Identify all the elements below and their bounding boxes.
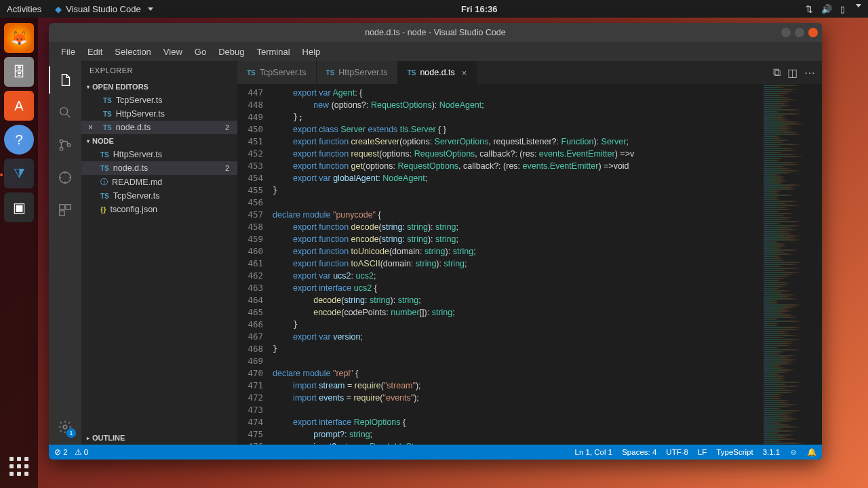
file-item[interactable]: TSnode.d.ts2	[81, 161, 237, 175]
file-icon: TS	[100, 192, 109, 200]
file-icon: TS	[100, 151, 109, 159]
chevron-down-icon	[148, 7, 153, 11]
problems-badge: 2	[225, 123, 232, 131]
svg-point-3	[67, 144, 71, 147]
status-warnings[interactable]: ⚠ 0	[75, 447, 89, 457]
dock-help[interactable]: ?	[4, 125, 34, 155]
menu-view[interactable]: View	[158, 44, 188, 60]
svg-rect-5	[60, 205, 64, 209]
menu-help[interactable]: Help	[297, 44, 326, 60]
minimap[interactable]	[761, 84, 822, 445]
file-item[interactable]: ⓘREADME.md	[81, 175, 237, 189]
status-position[interactable]: Ln 1, Col 1	[575, 448, 613, 456]
ubuntu-dock: 🦊 🗄 A ? ⧩ ▣	[0, 18, 38, 488]
editor-tab[interactable]: TSTcpServer.ts	[237, 61, 317, 84]
status-encoding[interactable]: UTF-8	[666, 448, 688, 456]
dock-firefox[interactable]: 🦊	[4, 23, 34, 53]
menu-debug[interactable]: Debug	[213, 44, 250, 60]
editor-tab[interactable]: TSnode.d.ts×	[398, 61, 477, 84]
file-item[interactable]: TSTcpServer.ts	[81, 189, 237, 203]
explorer-sidebar: EXPLORER ▾OPEN EDITORS TSTcpServer.tsTSH…	[81, 61, 237, 445]
activity-bar: 1	[49, 61, 81, 445]
close-icon[interactable]: ×	[462, 68, 467, 78]
status-version[interactable]: 3.1.1	[763, 448, 781, 456]
status-eol[interactable]: LF	[698, 448, 707, 456]
editor-tabs: TSTcpServer.tsTSHttpServer.tsTSnode.d.ts…	[237, 61, 822, 84]
outline-header[interactable]: ▸OUTLINE	[81, 431, 237, 445]
activity-debug-icon[interactable]	[49, 164, 81, 191]
status-errors[interactable]: ⊘ 2	[54, 447, 68, 457]
window-title: node.d.ts - node - Visual Studio Code	[365, 28, 506, 37]
menu-terminal[interactable]: Terminal	[251, 44, 295, 60]
menu-go[interactable]: Go	[189, 44, 212, 60]
svg-rect-7	[60, 211, 64, 216]
sidebar-title: EXPLORER	[81, 61, 237, 80]
battery-icon[interactable]: ▯	[840, 4, 845, 14]
file-item[interactable]: TSHttpServer.ts	[81, 148, 237, 161]
svg-point-1	[60, 140, 63, 143]
chevron-down-icon[interactable]	[856, 4, 861, 7]
svg-point-2	[60, 147, 63, 150]
dock-software[interactable]: A	[4, 91, 34, 121]
activity-explorer-icon[interactable]	[49, 66, 81, 94]
window-maximize[interactable]	[795, 28, 804, 37]
status-feedback-icon[interactable]: ☺	[789, 448, 797, 456]
menu-selection[interactable]: Selection	[109, 44, 156, 60]
editor-tab[interactable]: TSHttpServer.ts	[317, 61, 398, 84]
status-language[interactable]: TypeScript	[716, 448, 753, 456]
open-editor-item[interactable]: TSHttpServer.ts	[81, 107, 237, 121]
split-editor-icon[interactable]: ◫	[787, 66, 797, 79]
clock[interactable]: Fri 16:36	[461, 4, 497, 14]
line-gutter: 447 448 449 450 451 452 453 454 455 456 …	[237, 84, 273, 445]
status-bell-icon[interactable]: 🔔	[807, 447, 816, 457]
more-icon[interactable]: ⋯	[804, 66, 815, 79]
open-editors-header[interactable]: ▾OPEN EDITORS	[81, 80, 237, 94]
status-indent[interactable]: Spaces: 4	[622, 448, 656, 456]
dock-terminal[interactable]: ▣	[4, 192, 34, 222]
window-close[interactable]	[808, 28, 818, 37]
ts-icon: TS	[408, 69, 416, 77]
activity-scm-icon[interactable]	[49, 131, 81, 159]
ts-icon: TS	[326, 69, 335, 77]
open-editor-item[interactable]: TSTcpServer.ts	[81, 94, 237, 107]
menu-file[interactable]: File	[56, 44, 81, 60]
activity-settings-icon[interactable]: 1	[49, 413, 81, 441]
menu-edit[interactable]: Edit	[82, 44, 108, 60]
activity-extensions-icon[interactable]	[49, 197, 81, 224]
status-bar: ⊘ 2 ⚠ 0 Ln 1, Col 1 Spaces: 4 UTF-8 LF T…	[49, 445, 822, 460]
svg-point-8	[63, 425, 67, 429]
open-editor-item[interactable]: ×TSnode.d.ts2	[81, 121, 237, 134]
ts-icon: TS	[247, 69, 256, 77]
settings-badge: 1	[66, 428, 76, 438]
network-icon[interactable]: ⇅	[806, 4, 813, 14]
problems-badge: 2	[225, 164, 232, 172]
editor-area: TSTcpServer.tsTSHttpServer.tsTSnode.d.ts…	[237, 61, 822, 445]
file-icon: TS	[100, 165, 109, 172]
compare-icon[interactable]: ⧉	[773, 66, 781, 79]
window-titlebar[interactable]: node.d.ts - node - Visual Studio Code	[49, 23, 822, 42]
code-editor[interactable]: export var Agent: { new (options?: Reque…	[273, 84, 761, 445]
vscode-window: node.d.ts - node - Visual Studio Code Fi…	[49, 23, 822, 460]
dock-files[interactable]: 🗄	[4, 57, 34, 87]
close-icon[interactable]: ×	[88, 123, 96, 132]
activities-button[interactable]: Activities	[7, 4, 41, 14]
file-icon: ⓘ	[100, 177, 108, 187]
window-minimize[interactable]	[781, 28, 791, 37]
dock-vscode[interactable]: ⧩	[4, 159, 34, 188]
ts-icon: TS	[103, 97, 112, 104]
file-icon: {}	[100, 205, 106, 214]
file-item[interactable]: {}tsconfig.json	[81, 203, 237, 216]
active-app-label[interactable]: ◆ Visual Studio Code	[55, 4, 153, 14]
svg-point-0	[60, 108, 68, 115]
svg-rect-6	[66, 205, 71, 209]
project-header[interactable]: ▾NODE	[81, 134, 237, 148]
ubuntu-top-panel: Activities ◆ Visual Studio Code Fri 16:3…	[0, 0, 868, 18]
volume-icon[interactable]: 🔊	[821, 4, 832, 14]
ts-icon: TS	[103, 124, 112, 131]
ts-icon: TS	[103, 110, 112, 118]
activity-search-icon[interactable]	[49, 99, 81, 126]
menu-bar: FileEditSelectionViewGoDebugTerminalHelp	[49, 42, 822, 61]
dock-show-apps[interactable]	[4, 451, 34, 481]
